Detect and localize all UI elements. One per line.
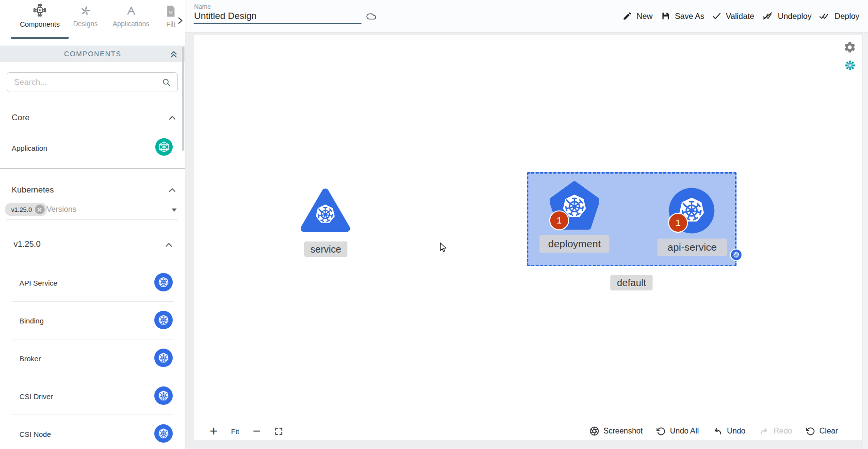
check-icon: [712, 11, 721, 21]
fit-view-button[interactable]: Fit: [231, 427, 239, 435]
version-chip[interactable]: v1.25.0: [5, 203, 47, 216]
rotate-ccw-icon: [656, 427, 666, 436]
tab-filters-label: Filt: [166, 20, 176, 28]
tab-components-label: Components: [20, 20, 60, 28]
components-sidebar: Components Designs: [0, 0, 185, 449]
redo-button[interactable]: Redo: [759, 427, 792, 436]
screenshot-button[interactable]: Screenshot: [590, 426, 643, 436]
version-group-title: v1.25.0: [14, 240, 41, 249]
save-as-button-label: Save As: [675, 12, 704, 21]
undo-all-button-label: Undo All: [670, 427, 699, 435]
kubernetes-collapse-chevron-icon[interactable]: [167, 185, 178, 195]
list-divider: [12, 415, 174, 415]
component-item-label: CSI Node: [19, 430, 51, 438]
undo-all-button[interactable]: Undo All: [656, 427, 699, 436]
validate-button-label: Validate: [726, 12, 754, 21]
components-icon: [33, 3, 47, 17]
component-item-label: Application: [12, 144, 47, 152]
fullscreen-icon[interactable]: [274, 427, 283, 436]
search-icon[interactable]: [162, 78, 171, 87]
page-scrollbar-track[interactable]: [863, 32, 868, 449]
undeploy-button-label: Undeploy: [778, 12, 812, 21]
undo-arrow-icon: [712, 427, 722, 436]
kubernetes-component-icon: [154, 273, 173, 291]
mouse-cursor: [440, 242, 448, 253]
version-group-collapse-chevron-icon[interactable]: [164, 240, 174, 250]
clear-button[interactable]: Clear: [806, 427, 838, 436]
undo-button[interactable]: Undo: [712, 427, 745, 436]
design-name-input[interactable]: [194, 11, 361, 24]
version-chip-remove-icon[interactable]: [35, 205, 45, 214]
double-check-slash-icon: [762, 11, 773, 21]
versions-placeholder[interactable]: Versions: [47, 205, 76, 214]
save-as-button[interactable]: Save As: [661, 7, 704, 25]
clear-restore-icon: [806, 427, 815, 436]
history-toolbar: Screenshot Undo All Un: [590, 423, 838, 439]
floppy-disk-icon: [661, 11, 671, 21]
node-service[interactable]: [301, 188, 350, 233]
component-item-csi-driver[interactable]: CSI Driver: [0, 383, 185, 409]
group-kubernetes-handle-icon[interactable]: [730, 248, 743, 261]
screenshot-button-label: Screenshot: [604, 427, 643, 435]
new-button[interactable]: New: [622, 7, 653, 25]
redo-arrow-icon: [759, 427, 770, 436]
list-divider: [12, 377, 174, 377]
node-deployment-label: deployment: [540, 235, 609, 253]
meshery-application-icon: [155, 138, 173, 156]
versions-dropdown-arrow-icon[interactable]: [171, 208, 178, 212]
zoom-out-button[interactable]: −: [253, 424, 261, 438]
designs-icon: [80, 5, 92, 17]
clear-button-label: Clear: [819, 427, 838, 435]
redo-button-label: Redo: [774, 427, 792, 435]
node-service-label: service: [304, 241, 347, 257]
kubernetes-component-icon: [154, 386, 173, 405]
pencil-icon: [622, 11, 632, 21]
name-field-label: Name: [194, 3, 211, 10]
search-input[interactable]: [7, 78, 162, 87]
component-item-label: API Service: [19, 279, 57, 287]
deploy-button-label: Deploy: [835, 12, 859, 21]
node-deployment-badge: 1: [549, 210, 569, 230]
undeploy-button[interactable]: Undeploy: [762, 7, 812, 25]
node-api-service-label: api-service: [657, 239, 727, 256]
component-item-label: Broker: [19, 354, 41, 363]
kubernetes-component-icon: [154, 349, 173, 367]
component-item-api-service[interactable]: API Service: [0, 270, 185, 296]
component-item-binding[interactable]: Binding: [0, 307, 185, 334]
zoom-in-button[interactable]: +: [210, 424, 217, 438]
collapse-panel-icon[interactable]: [169, 49, 179, 59]
node-api-service-badge: 1: [668, 213, 688, 233]
validate-button[interactable]: Validate: [712, 7, 754, 25]
component-item-application[interactable]: Application: [0, 137, 185, 160]
new-button-label: New: [637, 12, 653, 21]
filters-icon: [165, 5, 176, 17]
section-divider: [0, 168, 185, 169]
panel-header: COMPONENTS: [0, 46, 185, 62]
kubernetes-component-icon: [154, 424, 173, 443]
component-item-csi-node[interactable]: CSI Node: [0, 421, 185, 447]
versions-select-underline: [6, 220, 178, 220]
app-window: Components Designs: [0, 0, 868, 449]
core-section-title: Core: [12, 113, 30, 123]
kubernetes-context-icon[interactable]: [844, 59, 856, 72]
tabs-overflow-chevron-right-icon[interactable]: [177, 16, 184, 25]
component-item-label: Binding: [19, 317, 44, 325]
cloud-sync-icon: [365, 10, 377, 22]
tab-designs[interactable]: Designs: [71, 5, 100, 28]
canvas-settings-gear-icon[interactable]: [843, 41, 856, 54]
tab-applications[interactable]: Applications: [111, 5, 151, 28]
sidebar-scrollbar[interactable]: [182, 47, 184, 151]
design-canvas[interactable]: service 1 deployment 1 api-service: [194, 35, 862, 440]
applications-icon: [125, 5, 137, 17]
list-divider: [12, 339, 174, 339]
deploy-button[interactable]: Deploy: [819, 7, 859, 25]
design-header: Name New: [185, 0, 868, 32]
component-item-broker[interactable]: Broker: [0, 345, 185, 371]
tab-applications-label: Applications: [113, 20, 149, 28]
core-collapse-chevron-icon[interactable]: [167, 112, 178, 123]
double-check-icon: [819, 11, 830, 21]
active-tab-underline: [11, 37, 69, 39]
undo-button-label: Undo: [727, 427, 745, 435]
tab-components[interactable]: Components: [11, 3, 69, 28]
tab-designs-label: Designs: [73, 20, 98, 28]
